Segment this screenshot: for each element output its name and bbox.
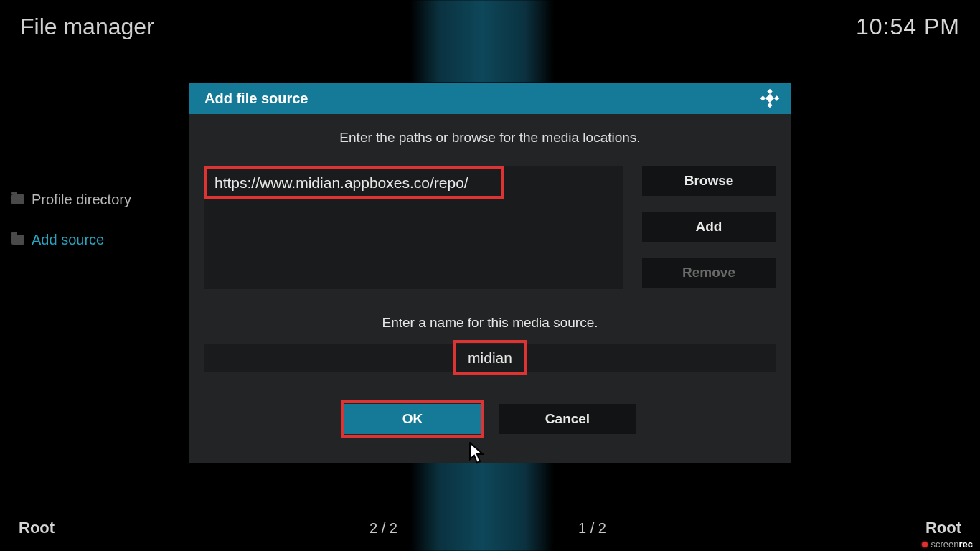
svg-rect-2 [760,95,765,100]
svg-rect-1 [767,103,772,108]
kodi-logo-icon [760,88,780,108]
screenrec-text-2: rec [958,539,973,550]
ok-button[interactable]: OK [344,404,481,434]
folder-icon [11,194,24,204]
source-name-input[interactable]: midian [204,344,776,372]
dialog-titlebar: Add file source [189,83,791,114]
clock: 10:54 PM [856,14,960,40]
right-panel-counter: 1 / 2 [578,520,606,537]
record-dot-icon [922,542,928,547]
svg-rect-3 [774,95,779,100]
mouse-cursor-icon [469,442,488,465]
browse-button[interactable]: Browse [642,166,776,196]
add-button[interactable]: Add [642,212,776,242]
add-file-source-dialog: Add file source Enter the paths or brows… [189,83,791,463]
path-action-buttons: Browse Add Remove [642,166,776,289]
page-title: File manager [20,14,154,40]
cancel-button[interactable]: Cancel [499,404,636,434]
left-panel-root-label: Root [19,519,55,537]
header-bar: File manager 10:54 PM [20,10,960,43]
folder-icon [11,235,24,245]
svg-rect-0 [767,89,772,94]
sidebar-item-profile-directory[interactable]: Profile directory [11,179,184,220]
sidebar-item-add-source[interactable]: Add source [11,220,184,260]
left-panel-counter: 2 / 2 [369,520,397,537]
remove-button: Remove [642,258,776,288]
sidebar-item-label: Add source [32,232,104,248]
path-url-value[interactable]: https://www.midian.appboxes.co/repo/ [212,173,471,193]
paths-instruction-label: Enter the paths or browse for the media … [204,130,776,146]
screenrec-watermark: screen rec [920,539,974,550]
screenrec-text-1: screen [930,539,958,550]
right-panel-root-label: Root [925,519,961,537]
source-name-value: midian [468,349,512,367]
sidebar-item-label: Profile directory [32,192,131,208]
dialog-title: Add file source [204,90,308,107]
path-list-box[interactable]: https://www.midian.appboxes.co/repo/ [204,166,623,289]
left-file-list: Profile directory Add source [11,179,184,260]
bottom-status-bar: Root 2 / 2 1 / 2 Root [0,515,980,541]
name-instruction-label: Enter a name for this media source. [204,315,776,331]
svg-rect-4 [765,94,774,103]
ok-button-label: OK [402,411,423,427]
